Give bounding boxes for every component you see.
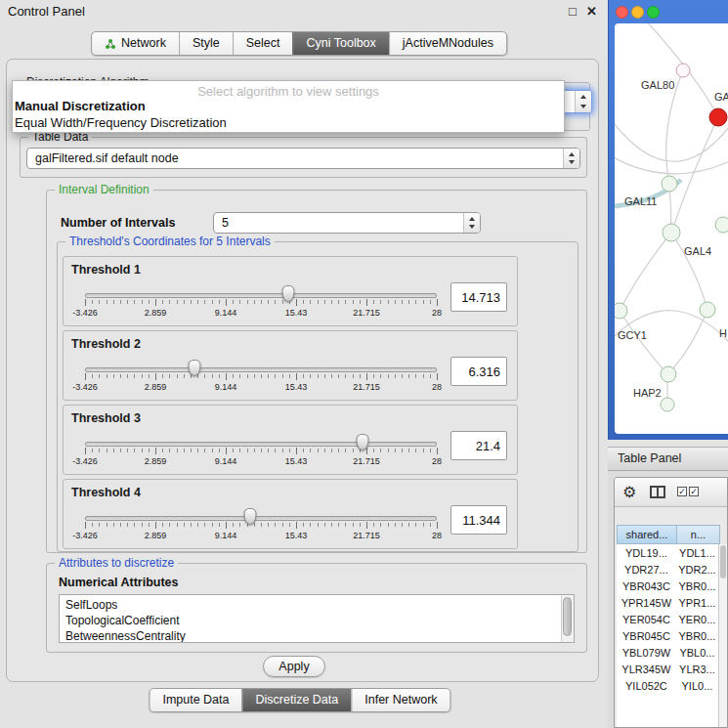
threshold-value-field[interactable]: 11.344	[450, 505, 507, 535]
table-row[interactable]: YDR27... YDR2...	[617, 561, 718, 578]
threshold-value-field[interactable]: 21.4	[450, 431, 507, 460]
table-row[interactable]: YPR145W YPR1...	[617, 594, 718, 611]
table-panel-window: ⚙ ✓ ✓ shared... n... YDL19... YDL1... YD…	[614, 477, 728, 728]
table-row[interactable]: YBR043C YBR0...	[617, 578, 718, 594]
close-window-button[interactable]	[616, 6, 628, 19]
checkbox-icon[interactable]: ✓	[689, 487, 699, 496]
float-panel-icon[interactable]: □	[569, 4, 577, 19]
network-node[interactable]	[700, 302, 715, 318]
tab-discretize-data[interactable]: Discretize Data	[242, 689, 352, 711]
table-cell[interactable]: YIL0...	[676, 677, 718, 694]
zoom-window-button[interactable]	[647, 6, 660, 19]
slider-track[interactable]	[85, 293, 437, 298]
table-cell[interactable]: YBR0...	[676, 627, 718, 644]
table-cell[interactable]: YER054C	[617, 611, 676, 627]
column-header-name[interactable]: n...	[677, 525, 720, 544]
network-canvas[interactable]: GAL80 GA GAL11 GAL4 GCY1 H HAP2	[615, 23, 728, 434]
table-cell[interactable]: YDL1...	[676, 544, 718, 561]
threshold-value-field[interactable]: 14.713	[450, 282, 507, 312]
minimize-window-button[interactable]	[631, 6, 644, 19]
table-cell[interactable]: YBR0...	[676, 578, 718, 594]
network-node-selected[interactable]	[709, 108, 727, 126]
network-node[interactable]	[661, 398, 674, 411]
table-cell[interactable]: YBR043C	[617, 578, 676, 594]
threshold-slider[interactable]	[85, 286, 437, 308]
number-of-intervals-combobox[interactable]: 5	[213, 212, 481, 234]
checkbox-icon[interactable]: ✓	[677, 487, 687, 496]
table-row[interactable]: YIL052C YIL0...	[617, 677, 718, 694]
tab-jactivemnodules[interactable]: jActiveMNodules	[389, 32, 506, 55]
table-cell[interactable]: YPR1...	[676, 594, 718, 611]
slider-major-tick	[226, 299, 227, 306]
control-panel-tabs: Network Style Select Cyni Toolbox jActiv…	[91, 31, 507, 56]
apply-button[interactable]: Apply	[263, 656, 325, 677]
threshold-slider[interactable]	[85, 509, 437, 531]
list-item[interactable]: TopologicalCoefficient	[60, 613, 561, 628]
network-node[interactable]	[615, 303, 627, 319]
slider-track[interactable]	[85, 367, 437, 372]
combo-value: 5	[222, 216, 229, 230]
scrollbar-thumb[interactable]	[720, 545, 726, 578]
table-row[interactable]: YDL19... YDL1...	[617, 544, 718, 561]
list-scrollbar[interactable]	[561, 595, 574, 642]
group-title: Attributes to discretize	[55, 556, 178, 570]
slider-scale-label: 21.715	[353, 382, 380, 392]
thresholds-container: Threshold 1 -3.4262.8599.14415.4321.7152…	[63, 256, 518, 549]
table-row[interactable]: YER054C YER0...	[617, 611, 718, 627]
table-cell[interactable]: YDR27...	[617, 561, 676, 578]
list-item[interactable]: BetweennessCentrality	[60, 628, 561, 643]
table-row[interactable]: YBR045C YBR0...	[617, 627, 718, 644]
slider-track[interactable]	[85, 442, 437, 447]
table-cell[interactable]: YLR345W	[617, 661, 676, 677]
table-header-row: shared... n...	[617, 525, 720, 544]
table-cell[interactable]: YPR145W	[617, 594, 676, 611]
tab-infer-network[interactable]: Infer Network	[351, 689, 450, 711]
table-data-combobox[interactable]: galFiltered.sif default node	[26, 148, 580, 169]
tab-style[interactable]: Style	[179, 32, 233, 55]
slider-scale-label: -3.426	[72, 456, 98, 466]
slider-scale-label: 28	[432, 382, 442, 392]
numerical-attributes-label: Numerical Attributes	[59, 576, 178, 589]
panel-title: Control Panel	[8, 4, 85, 19]
close-panel-icon[interactable]: ✕	[586, 4, 597, 19]
slider-major-tick	[155, 373, 156, 380]
combo-stepper-icon[interactable]	[463, 213, 480, 233]
tab-impute-data[interactable]: Impute Data	[150, 689, 241, 711]
table-cell[interactable]: YIL052C	[617, 677, 676, 694]
network-node[interactable]	[661, 366, 676, 382]
dropdown-option-equal-width[interactable]: Equal Width/Frequency Discretization	[15, 115, 227, 130]
table-cell[interactable]: YDL19...	[617, 544, 676, 561]
slider-scale-label: 21.715	[353, 308, 380, 318]
table-cell[interactable]: YBR045C	[617, 627, 676, 644]
threshold-value-field[interactable]: 6.316	[450, 357, 507, 386]
node-label: H	[719, 327, 727, 339]
table-row[interactable]: YBL079W YBL0...	[617, 644, 718, 661]
threshold-slider[interactable]	[85, 361, 437, 382]
dropdown-option-manual[interactable]: Manual Discretization	[15, 99, 146, 113]
tab-cyni-toolbox[interactable]: Cyni Toolbox	[292, 32, 388, 55]
network-node[interactable]	[715, 217, 728, 233]
slider-track[interactable]	[85, 516, 437, 521]
scrollbar-thumb[interactable]	[563, 597, 572, 636]
table-cell[interactable]: YDR2...	[676, 561, 718, 578]
network-node[interactable]	[662, 176, 677, 192]
threshold-slider[interactable]	[85, 435, 437, 456]
table-cell[interactable]: YER0...	[676, 611, 718, 627]
network-node[interactable]	[663, 224, 680, 241]
gear-icon[interactable]: ⚙	[622, 483, 636, 502]
table-cell[interactable]: YLR3...	[676, 661, 718, 677]
combo-stepper-icon[interactable]	[575, 91, 591, 112]
combo-stepper-icon[interactable]	[563, 149, 579, 168]
slider-scale-label: -3.426	[72, 382, 98, 392]
column-header-shared-name[interactable]: shared...	[617, 525, 677, 544]
columns-icon[interactable]	[650, 486, 665, 498]
slider-ticks	[85, 374, 437, 378]
network-node[interactable]	[676, 64, 690, 77]
table-scrollbar[interactable]	[718, 544, 727, 727]
list-item[interactable]: SelfLoops	[60, 597, 561, 613]
table-row[interactable]: YLR345W YLR3...	[617, 661, 718, 677]
tab-select[interactable]: Select	[233, 32, 293, 55]
tab-network[interactable]: Network	[92, 32, 179, 55]
table-cell[interactable]: YBL0...	[676, 644, 718, 661]
table-cell[interactable]: YBL079W	[617, 644, 676, 661]
